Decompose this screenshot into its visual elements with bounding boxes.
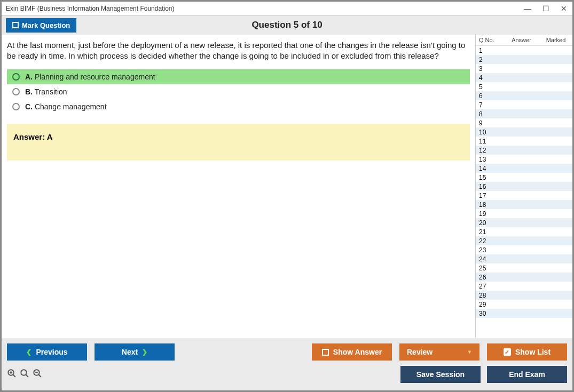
previous-label: Previous bbox=[36, 348, 67, 356]
chevron-down-icon: ▼ bbox=[467, 349, 472, 355]
row-qno: 28 bbox=[479, 292, 500, 299]
question-row[interactable]: 15 bbox=[476, 173, 572, 182]
row-qno: 22 bbox=[479, 237, 500, 245]
body: At the last moment, just before the depl… bbox=[2, 35, 572, 338]
question-row[interactable]: 5 bbox=[476, 82, 572, 91]
option-b[interactable]: B. Transition bbox=[7, 84, 470, 99]
col-qno: Q No. bbox=[479, 37, 500, 43]
row-qno: 19 bbox=[479, 210, 500, 218]
window-controls: — ☐ ✕ bbox=[523, 4, 568, 13]
row-qno: 1 bbox=[479, 47, 500, 54]
review-label: Review bbox=[407, 348, 433, 356]
question-row[interactable]: 28 bbox=[476, 291, 572, 300]
question-row[interactable]: 1 bbox=[476, 46, 572, 55]
row-qno: 13 bbox=[479, 156, 500, 163]
row-qno: 14 bbox=[479, 165, 500, 172]
question-row[interactable]: 30 bbox=[476, 309, 572, 318]
main-panel: At the last moment, just before the depl… bbox=[2, 35, 475, 338]
question-row[interactable]: 10 bbox=[476, 127, 572, 137]
chevron-left-icon: ❮ bbox=[26, 348, 32, 356]
show-list-label: Show List bbox=[515, 348, 551, 356]
row-qno: 30 bbox=[479, 310, 500, 317]
end-exam-label: End Exam bbox=[509, 370, 545, 379]
question-row[interactable]: 25 bbox=[476, 263, 572, 273]
row-qno: 10 bbox=[479, 129, 500, 136]
close-icon[interactable]: ✕ bbox=[560, 4, 568, 13]
row-qno: 5 bbox=[479, 83, 500, 91]
show-answer-label: Show Answer bbox=[333, 348, 382, 356]
question-row[interactable]: 24 bbox=[476, 254, 572, 263]
row-qno: 4 bbox=[479, 74, 500, 82]
sidebar-header: Q No. Answer Marked bbox=[476, 35, 572, 46]
svg-line-1 bbox=[13, 374, 15, 377]
radio-icon bbox=[12, 88, 20, 95]
save-session-button[interactable]: Save Session bbox=[400, 366, 481, 383]
option-text: B. Transition bbox=[25, 87, 67, 96]
question-row[interactable]: 9 bbox=[476, 118, 572, 127]
row-qno: 6 bbox=[479, 92, 500, 100]
question-row[interactable]: 12 bbox=[476, 146, 572, 155]
question-row[interactable]: 20 bbox=[476, 218, 572, 227]
app-window: Exin BIMF (Business Information Manageme… bbox=[0, 0, 574, 392]
row-qno: 17 bbox=[479, 192, 500, 199]
answer-box: Answer: A bbox=[7, 124, 470, 161]
question-row[interactable]: 8 bbox=[476, 109, 572, 118]
maximize-icon[interactable]: ☐ bbox=[541, 4, 550, 13]
row-qno: 20 bbox=[479, 219, 500, 227]
mark-question-button[interactable]: Mark Question bbox=[6, 18, 76, 33]
question-list-sidebar: Q No. Answer Marked 12345678910111213141… bbox=[475, 35, 572, 338]
row-qno: 23 bbox=[479, 246, 500, 254]
footer: ❮ Previous Next ❯ Show Answer Review ▼ ✓… bbox=[2, 338, 572, 390]
question-row[interactable]: 11 bbox=[476, 137, 572, 146]
svg-line-5 bbox=[26, 374, 28, 377]
show-list-button[interactable]: ✓ Show List bbox=[487, 343, 567, 361]
zoom-in-icon[interactable] bbox=[7, 369, 17, 381]
question-row[interactable]: 14 bbox=[476, 164, 572, 173]
sidebar-rows[interactable]: 1234567891011121314151617181920212223242… bbox=[476, 46, 572, 338]
question-row[interactable]: 3 bbox=[476, 64, 572, 73]
next-button[interactable]: Next ❯ bbox=[95, 343, 175, 361]
question-row[interactable]: 22 bbox=[476, 236, 572, 245]
question-row[interactable]: 18 bbox=[476, 200, 572, 209]
question-row[interactable]: 23 bbox=[476, 245, 572, 254]
col-answer: Answer bbox=[500, 37, 542, 43]
zoom-controls bbox=[7, 369, 42, 381]
question-row[interactable]: 27 bbox=[476, 282, 572, 291]
option-text: A. Planning and resource management bbox=[25, 73, 155, 81]
row-qno: 24 bbox=[479, 255, 500, 263]
end-exam-button[interactable]: End Exam bbox=[487, 366, 567, 383]
minimize-icon[interactable]: — bbox=[523, 4, 532, 13]
question-row[interactable]: 29 bbox=[476, 300, 572, 309]
zoom-out-icon[interactable] bbox=[33, 369, 42, 381]
zoom-reset-icon[interactable] bbox=[20, 369, 29, 381]
question-row[interactable]: 21 bbox=[476, 227, 572, 236]
question-row[interactable]: 13 bbox=[476, 155, 572, 164]
options-list: A. Planning and resource managementB. Tr… bbox=[7, 69, 470, 114]
window-title: Exin BIMF (Business Information Manageme… bbox=[6, 5, 174, 12]
option-c[interactable]: C. Change management bbox=[7, 99, 470, 114]
question-row[interactable]: 19 bbox=[476, 209, 572, 218]
row-qno: 7 bbox=[479, 101, 500, 109]
question-counter: Question 5 of 10 bbox=[251, 20, 322, 30]
question-row[interactable]: 6 bbox=[476, 91, 572, 100]
checkbox-icon bbox=[12, 22, 19, 28]
row-qno: 21 bbox=[479, 228, 500, 236]
footer-row-2: Save Session End Exam bbox=[7, 366, 567, 383]
previous-button[interactable]: ❮ Previous bbox=[7, 343, 87, 361]
col-marked: Marked bbox=[542, 37, 569, 43]
show-answer-button[interactable]: Show Answer bbox=[312, 343, 392, 361]
question-row[interactable]: 17 bbox=[476, 191, 572, 200]
question-row[interactable]: 26 bbox=[476, 273, 572, 282]
svg-point-4 bbox=[21, 370, 27, 375]
question-row[interactable]: 16 bbox=[476, 182, 572, 191]
row-qno: 29 bbox=[479, 301, 500, 308]
question-row[interactable]: 2 bbox=[476, 55, 572, 64]
question-row[interactable]: 4 bbox=[476, 73, 572, 82]
review-button[interactable]: Review ▼ bbox=[399, 343, 479, 361]
option-a[interactable]: A. Planning and resource management bbox=[7, 69, 470, 84]
row-qno: 25 bbox=[479, 265, 500, 272]
question-row[interactable]: 7 bbox=[476, 100, 572, 109]
row-qno: 26 bbox=[479, 274, 500, 281]
row-qno: 8 bbox=[479, 110, 500, 118]
checkbox-icon bbox=[322, 349, 329, 356]
